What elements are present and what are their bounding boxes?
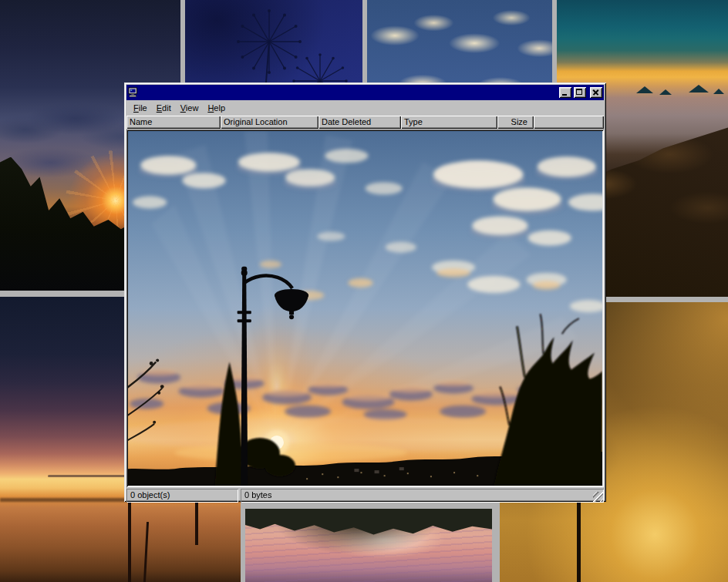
status-object-count: 0 object(s) [126, 489, 238, 503]
menu-item-file[interactable]: File [129, 102, 152, 114]
column-header-date-deleted[interactable]: Date Deleted [318, 116, 401, 129]
close-button[interactable] [590, 87, 602, 98]
column-header-spacer[interactable] [534, 116, 604, 129]
list-view-content[interactable] [126, 130, 604, 487]
status-byte-count: 0 bytes [241, 489, 604, 503]
menu-bar: File Edit View Help [126, 100, 604, 116]
island-silhouette [659, 89, 672, 95]
column-header-type[interactable]: Type [401, 116, 497, 129]
bg-photo-water-reflection[interactable] [245, 509, 492, 582]
menu-item-view[interactable]: View [176, 102, 204, 114]
minimize-button[interactable] [559, 87, 571, 98]
resize-grip[interactable] [593, 492, 603, 502]
sunset-lamp-photo [128, 131, 602, 486]
computer-icon[interactable] [128, 87, 139, 98]
island-silhouette [689, 85, 709, 93]
column-header-name[interactable]: Name [126, 116, 221, 129]
island-silhouette [713, 89, 724, 94]
title-bar[interactable] [126, 85, 604, 100]
status-bar: 0 object(s) 0 bytes [126, 489, 604, 503]
island-silhouette [636, 86, 653, 93]
column-header-original-location[interactable]: Original Location [221, 116, 318, 129]
minimize-icon [562, 94, 567, 96]
menu-item-edit[interactable]: Edit [152, 102, 176, 114]
water-pole [143, 522, 149, 582]
column-headers: Name Original Location Date Deleted Type… [126, 116, 604, 129]
maximize-icon [576, 89, 582, 95]
column-header-size[interactable]: Size [497, 116, 534, 129]
treeline-reflection [245, 509, 492, 538]
water-pole [128, 496, 131, 582]
menu-item-help[interactable]: Help [203, 102, 230, 114]
water-pole [195, 497, 198, 545]
recycle-bin-window: File Edit View Help Name Original Locati… [124, 82, 606, 502]
lamp-pole-silhouette [577, 498, 581, 582]
maximize-button[interactable] [574, 87, 586, 98]
